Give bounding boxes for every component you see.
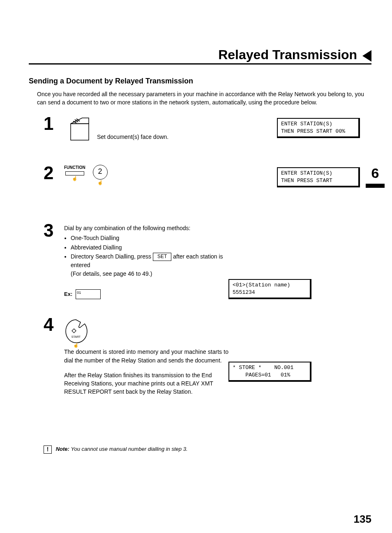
step1-text: Set document(s) face down. xyxy=(97,134,168,140)
list-item: Directory Search Dialling, press SET aft… xyxy=(71,252,228,278)
step-number: 4 xyxy=(44,316,64,334)
function-key-icon: FUNCTION ☝ xyxy=(64,165,85,181)
chapter-tab: 6 xyxy=(366,165,385,188)
svg-text:☝: ☝ xyxy=(73,342,79,348)
intro-paragraph: Once you have recorded all the necessary… xyxy=(37,90,371,106)
bullet3-pre: Directory Search Dialling, press xyxy=(71,253,153,260)
start-key-label: START xyxy=(71,335,81,338)
step-4: 4 START ☝ The document is stored into me… xyxy=(44,316,371,396)
lcd-display: <01>(Station name) 5551234 xyxy=(228,279,311,299)
list-item: Abbreviated Dialling xyxy=(71,243,228,252)
page-number: 135 xyxy=(354,513,371,526)
step-2: 2 FUNCTION ☝ 2 ☝ ENTER STATION(S) THEN P… xyxy=(44,164,371,193)
step-number: 1 xyxy=(44,115,64,133)
step4-para1: The document is stored into memory and y… xyxy=(64,348,228,365)
digit-key-icon: 2 xyxy=(93,165,108,180)
function-key-label: FUNCTION xyxy=(64,165,85,171)
step-1: 1 Set document(s) face down. ENTER STATI… xyxy=(44,115,371,143)
header-title-text: Relayed Transmission xyxy=(218,47,357,62)
note-text: You cannot use manual number dialling in… xyxy=(71,446,187,452)
set-button-icon: SET xyxy=(153,253,171,261)
section-title: Sending a Document by Relayed Transmissi… xyxy=(29,77,371,85)
list-item: One-Touch Dialling xyxy=(71,234,228,242)
chapter-number: 6 xyxy=(366,165,385,181)
start-key-icon: START ☝ xyxy=(64,318,88,344)
example-box: 01 xyxy=(76,289,101,299)
example-label: Ex: xyxy=(64,291,72,297)
step-number: 2 xyxy=(44,164,64,182)
step-3: 3 Dial by any combination of the followi… xyxy=(44,222,371,299)
digit-key-label: 2 xyxy=(98,167,102,175)
chapter-tab-bar xyxy=(366,184,385,188)
step3-lead: Dial by any combination of the following… xyxy=(64,224,228,232)
step4-para2: After the Relay Station finishes its tra… xyxy=(64,371,228,396)
document-face-down-icon xyxy=(64,117,93,141)
step-number: 3 xyxy=(44,222,64,240)
lcd-display: ENTER STATION(S) THEN PRESS START xyxy=(277,167,360,187)
bullet3-detail: (For details, see page 46 to 49.) xyxy=(71,270,228,278)
lcd-display: * STORE * NO.001 PAGES=01 01% xyxy=(228,362,311,382)
press-hand-icon: ☝ xyxy=(64,176,85,181)
note: ! Note: You cannot use manual number dia… xyxy=(44,445,371,454)
lcd-display: ENTER STATION(S) THEN PRESS START 00% xyxy=(277,118,360,138)
note-label: Note: xyxy=(56,446,69,452)
press-hand-icon: ☝ xyxy=(93,180,108,185)
svg-rect-0 xyxy=(71,124,89,140)
note-icon: ! xyxy=(44,445,52,454)
triangle-left-icon xyxy=(362,50,371,62)
page-header: Relayed Transmission xyxy=(29,16,371,65)
step3-bullets: One-Touch Dialling Abbreviated Dialling … xyxy=(65,234,228,278)
